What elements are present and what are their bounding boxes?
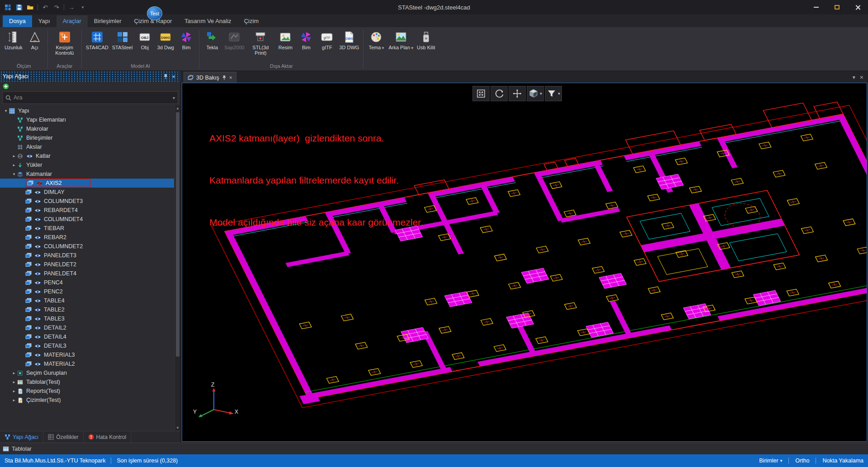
scrollbar-thumb[interactable] [176, 112, 179, 357]
ribbon-button-usb-kilit[interactable]: Usb Kilit [415, 29, 437, 51]
layer-visible-eye-icon[interactable] [34, 262, 42, 267]
layer-visible-eye-icon[interactable] [34, 253, 42, 258]
tree-item-detail4[interactable]: DETAIL4 [0, 332, 180, 341]
tree-item-katmanlar[interactable]: ▾Katmanlar [0, 170, 180, 179]
tree-item-material2[interactable]: MATERIAL2 [0, 359, 180, 368]
layer-visible-eye-icon[interactable] [26, 153, 34, 159]
ortho-toggle[interactable]: Ortho [795, 458, 809, 464]
app-menu-icon[interactable] [4, 3, 12, 11]
tree-item-columndet4[interactable]: COLUMNDET4 [0, 215, 180, 224]
tab-yapi-agaci[interactable]: Yapı Ağacı [0, 431, 43, 443]
ribbon-button-bim[interactable]: Bim [296, 29, 316, 51]
ribbon-button-stasteel[interactable]: STASteel [110, 29, 135, 51]
tree-item-penc4[interactable]: PENC4 [0, 278, 180, 287]
layer-visible-eye-icon[interactable] [34, 235, 42, 240]
pan-button[interactable] [509, 86, 526, 101]
ribbon-button-arka-plan[interactable]: Arka Plan ▾ [387, 29, 415, 52]
layer-visible-eye-icon[interactable] [34, 280, 42, 285]
layer-hidden-eye-icon[interactable] [36, 180, 44, 186]
expand-arrow-icon[interactable]: ▸ [11, 163, 17, 167]
search-dropdown-icon[interactable]: ▾ [173, 95, 175, 100]
ribbon-button-obj[interactable]: OBJObj [134, 29, 155, 51]
layer-visible-eye-icon[interactable] [34, 325, 42, 330]
tree-item-table4[interactable]: TABLE4 [0, 296, 180, 305]
filter-dropdown-icon[interactable]: ▾ [558, 91, 560, 96]
scrollbar-track[interactable] [175, 111, 180, 425]
tab-pin-icon[interactable] [222, 75, 226, 80]
ribbon-button-a[interactable]: Açı [24, 29, 45, 51]
tree-item-axis2[interactable]: AXIS2 [0, 179, 174, 188]
close-button[interactable] [847, 0, 868, 14]
tab-hata-kontrol[interactable]: Hata Kontrol [84, 431, 132, 443]
tree-item-table3[interactable]: TABLE3 [0, 314, 180, 323]
save-icon[interactable] [15, 3, 23, 11]
layer-visible-eye-icon[interactable] [34, 271, 42, 276]
ribbon-tab-birle-imler[interactable]: Birleşimler [88, 15, 128, 27]
collapse-arrow-icon[interactable]: ▾ [11, 172, 17, 176]
layer-visible-eye-icon[interactable] [34, 226, 42, 231]
layer-visible-eye-icon[interactable] [34, 361, 42, 367]
layer-visible-eye-icon[interactable] [34, 289, 42, 294]
tab-close-icon[interactable]: × [229, 75, 232, 81]
tree-item-izimler-test[interactable]: ▸Çizimler(Test) [0, 396, 180, 405]
tree-item-se-im-guruplar[interactable]: ▸Seçim Gurupları [0, 368, 180, 377]
customize-toolbar-icon[interactable]: ▾ [79, 3, 87, 11]
ribbon-tab-dosya[interactable]: Dosya [3, 15, 32, 27]
open-folder-icon[interactable] [26, 3, 34, 11]
tree-item-akslar[interactable]: Akslar [0, 142, 180, 151]
layer-visible-eye-icon[interactable] [34, 198, 42, 204]
tree-item-yap[interactable]: ▾Yapı [0, 106, 180, 115]
forward-icon[interactable]: → [67, 3, 75, 11]
orbit-button[interactable] [491, 86, 508, 101]
tree-item-reports-test[interactable]: ▸Reports(Test) [0, 387, 180, 396]
expand-arrow-icon[interactable]: ▸ [11, 398, 17, 402]
layer-visible-eye-icon[interactable] [34, 244, 42, 249]
ribbon-button-uzunluk[interactable]: Uzunluk [3, 29, 24, 51]
tree-item-detail2[interactable]: DETAIL2 [0, 323, 180, 332]
dock-menu-icon[interactable]: ▾ [853, 74, 855, 80]
tree-item-rebardet4[interactable]: REBARDET4 [0, 206, 180, 215]
ribbon-tab-izim[interactable]: Çizim [238, 15, 265, 27]
layer-visible-eye-icon[interactable] [34, 343, 42, 349]
panel-header[interactable]: Yapı Ağacı × [0, 71, 180, 82]
ribbon-button-tema[interactable]: Tema ▾ [366, 29, 387, 52]
redo-icon[interactable]: ↷ [52, 3, 61, 11]
tab-3d-bakis[interactable]: 3D Bakış × [184, 72, 236, 83]
tree-item-tiebar[interactable]: TIEBAR [0, 224, 180, 233]
tree-item-dimlay[interactable]: DIMLAY [0, 188, 180, 197]
ribbon-tab-yap[interactable]: Yapı [32, 15, 57, 27]
layer-visible-eye-icon[interactable] [34, 334, 42, 340]
3d-canvas[interactable]: AXIS2 katmanı(layer) gizlendikten sonra.… [182, 83, 867, 442]
tree-item-columndet2[interactable]: COLUMNDET2 [0, 242, 180, 251]
ribbon-button-sap2000[interactable]: Sap2000 [222, 29, 246, 51]
scroll-down-icon[interactable]: ▼ [175, 425, 180, 431]
expand-arrow-icon[interactable]: ▸ [11, 371, 17, 375]
ribbon-tab-ara-lar[interactable]: Araçlar [57, 15, 88, 27]
collapse-arrow-icon[interactable]: ▾ [3, 108, 9, 113]
tables-bar[interactable]: Tablolar [0, 443, 868, 454]
layer-visible-eye-icon[interactable] [34, 316, 42, 321]
ribbon-button-3d-dwg[interactable]: DWG3D DWG [337, 29, 361, 51]
maximize-button[interactable] [826, 0, 847, 14]
tree-item-tablolar-test[interactable]: ▸Tablolar(Test) [0, 377, 180, 387]
tab-ozellikler[interactable]: Özellikler [43, 431, 83, 443]
ribbon-button-resim[interactable]: Resim [275, 29, 296, 51]
layer-visible-eye-icon[interactable] [34, 208, 42, 213]
ribbon-button-sta4cad[interactable]: STA4CAD [84, 29, 110, 51]
ribbon-button-gitf[interactable]: glTFgITF [316, 29, 337, 51]
ribbon-button-bim[interactable]: Bim [176, 29, 197, 51]
add-icon[interactable] [3, 83, 9, 90]
tree-item-penc2[interactable]: PENC2 [0, 287, 180, 296]
tree-item-material3[interactable]: MATERIAL3 [0, 350, 180, 359]
tree-item-birle-imler[interactable]: Birleşimler [0, 133, 180, 142]
tree-item-paneldet2[interactable]: PANELDET2 [0, 260, 180, 269]
scroll-up-icon[interactable]: ▲ [175, 105, 180, 111]
tree-item-katlar[interactable]: ▸Katlar [0, 151, 180, 160]
tree-item-y-kler[interactable]: ▸Yükler [0, 160, 180, 170]
layer-visible-eye-icon[interactable] [34, 189, 42, 195]
expand-arrow-icon[interactable]: ▸ [11, 389, 17, 393]
tree-item-paneldet4[interactable]: PANELDET4 [0, 269, 180, 278]
search-input[interactable] [14, 94, 170, 101]
view-cube-dropdown-icon[interactable]: ▾ [540, 91, 542, 96]
ribbon-button-stl-3d-print[interactable]: STL(3d Print) [246, 29, 275, 57]
